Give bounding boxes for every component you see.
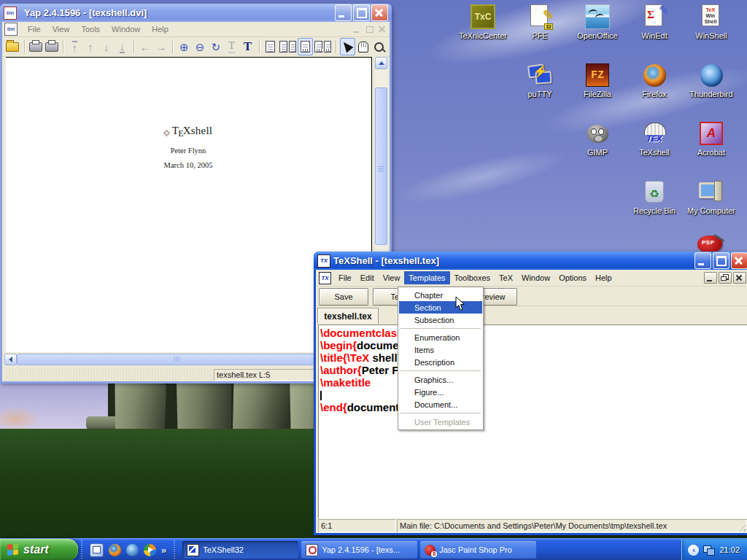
- network-tray-icon[interactable]: [703, 545, 715, 555]
- print-page-icon[interactable]: [44, 38, 59, 55]
- texshell-menu-window[interactable]: Window: [517, 271, 554, 284]
- desktop-icon-label: Firefox: [628, 90, 681, 98]
- menu-item-section[interactable]: Section: [399, 301, 482, 314]
- close-button[interactable]: [371, 4, 388, 21]
- menu-item-items[interactable]: Items: [399, 343, 482, 356]
- texshell-menu-templates[interactable]: Templates: [404, 271, 449, 284]
- save-button[interactable]: Save: [319, 288, 368, 306]
- desktop-icon-texniccenter[interactable]: TxC TeXnicCenter: [457, 4, 509, 40]
- first-page-icon[interactable]: ↑: [67, 38, 82, 55]
- horizontal-scroll-thumb[interactable]: [17, 354, 332, 365]
- last-page-icon[interactable]: ↓: [115, 38, 130, 55]
- desktop-icon-mycomputer[interactable]: My Computer: [685, 179, 738, 215]
- toolbar-separator: [172, 40, 173, 53]
- mediaplayer-quicklaunch-icon[interactable]: [144, 544, 156, 556]
- texshell-menu-tex[interactable]: TeX: [495, 271, 517, 284]
- desktop-icon-putty[interactable]: ⚡ puTTY: [514, 63, 566, 98]
- vertical-scroll-thumb[interactable]: [375, 88, 387, 245]
- yap-menu-help[interactable]: Help: [146, 23, 174, 35]
- previous-page-icon[interactable]: ↑: [83, 38, 98, 55]
- desktop-icon-texshell[interactable]: TEX TeXshell: [628, 121, 681, 157]
- texshell-menu-help[interactable]: Help: [591, 271, 616, 284]
- forward-icon[interactable]: →: [153, 38, 169, 55]
- dvi-document-icon: DVI: [4, 23, 18, 36]
- taskbar-task-texshell[interactable]: TeXShell32: [182, 541, 298, 559]
- yap-menu-view[interactable]: View: [47, 23, 76, 35]
- minimize-button[interactable]: [335, 4, 352, 21]
- open-icon[interactable]: [5, 38, 20, 55]
- desktop-icon-recycle[interactable]: ♻ Recycle Bin: [628, 179, 681, 215]
- thunderbird-logo-icon: [700, 64, 723, 87]
- desktop-icon-thunderbird[interactable]: Thunderbird: [685, 63, 738, 98]
- desktop-icon-paintshoppro[interactable]: PSP: [694, 236, 727, 253]
- zoom-out-icon[interactable]: ⊖: [193, 38, 208, 55]
- texshell-editor[interactable]: \documentclass{a\begin{document}\title{\…: [318, 324, 747, 518]
- desktop-icon-filezilla[interactable]: FZ FileZilla: [571, 63, 624, 98]
- desktop-icon-winshell[interactable]: TeXWinShell WinShell: [685, 4, 738, 40]
- texshell-menu-edit[interactable]: Edit: [356, 271, 379, 284]
- texshell-menu-file[interactable]: File: [334, 271, 356, 284]
- texshell-menu-view[interactable]: View: [379, 271, 405, 284]
- maximize-button[interactable]: [353, 4, 370, 21]
- desktop-icon-openoffice[interactable]: OpenOffice: [571, 4, 624, 40]
- taskbar: start » TeXShell32Yap 2.4.1596 - [texs..…: [0, 538, 747, 560]
- menu-item-chapter[interactable]: Chapter: [399, 289, 482, 301]
- taskbar-task-psp[interactable]: 8Jasc Paint Shop Pro: [420, 541, 536, 559]
- stonehenge-stone: [114, 378, 166, 430]
- view-continuous-icon[interactable]: [279, 38, 297, 55]
- menu-item-subsection[interactable]: Subsection: [399, 314, 482, 326]
- tray-collapse-chevron[interactable]: ‹: [688, 545, 699, 556]
- editor-line: [320, 389, 747, 401]
- texshell-menu-toolboxes[interactable]: Toolboxes: [450, 271, 495, 284]
- start-button[interactable]: start: [0, 539, 78, 560]
- texshell-menubar: TX FileEditViewTemplatesToolboxesTeXWind…: [316, 270, 747, 287]
- menu-item-description[interactable]: Description: [399, 356, 482, 368]
- desktop-icon-winedt[interactable]: Σ✎ WinEdt: [628, 4, 681, 40]
- quicklaunch-overflow-chevron[interactable]: »: [161, 545, 166, 556]
- close-button[interactable]: [731, 252, 747, 269]
- view-continuous-ruler-icon[interactable]: [314, 38, 332, 55]
- yap-menu-tools[interactable]: Tools: [75, 23, 106, 35]
- firefox-quicklaunch-icon[interactable]: [109, 544, 121, 556]
- yap-menu-window[interactable]: Window: [106, 23, 146, 35]
- desktop-icon-gimp[interactable]: GIMP: [571, 121, 624, 157]
- select-tool-icon[interactable]: [340, 38, 355, 55]
- editor-line: \documentclass{a: [320, 327, 747, 339]
- desktop-icon-acrobat[interactable]: A Acrobat: [685, 121, 738, 157]
- menu-item-figure[interactable]: Figure...: [399, 386, 482, 398]
- taskbar-clock: 21:02: [719, 545, 740, 554]
- text-ruler-icon[interactable]: T: [224, 38, 239, 55]
- scroll-left-button[interactable]: [4, 354, 17, 365]
- thunderbird-quicklaunch-icon[interactable]: [126, 544, 139, 556]
- magnifier-tool-icon[interactable]: [371, 38, 387, 55]
- zoom-in-icon[interactable]: ⊕: [177, 38, 192, 55]
- text-mode-icon[interactable]: T: [240, 38, 255, 55]
- child-restore-button[interactable]: [719, 272, 732, 284]
- view-single-icon[interactable]: [263, 38, 279, 55]
- next-page-icon[interactable]: ↓: [98, 38, 114, 55]
- desktop-icon-firefox[interactable]: Firefox: [628, 63, 681, 98]
- desktop-icon-pfe[interactable]: ✎32 PFE: [514, 4, 566, 40]
- yap-menu-file[interactable]: File: [22, 23, 47, 35]
- texshell-statusbar: 6:1 Main file: C:\Documents and Settings…: [318, 518, 747, 533]
- back-icon[interactable]: ←: [138, 38, 153, 55]
- show-desktop-icon[interactable]: [90, 543, 104, 557]
- menu-item-document[interactable]: Document...: [399, 398, 482, 411]
- paintshoppro-icon-text: PSP: [702, 239, 715, 246]
- texshell-menu-options[interactable]: Options: [554, 271, 591, 284]
- scroll-up-button[interactable]: [375, 57, 387, 69]
- tab-texshell-tex[interactable]: texshell.tex: [317, 308, 379, 324]
- refresh-icon[interactable]: ↻: [209, 38, 224, 55]
- menu-item-graphics[interactable]: Graphics...: [399, 373, 482, 386]
- print-icon[interactable]: [28, 38, 44, 55]
- child-close-button[interactable]: [733, 272, 746, 284]
- texshell-titlebar[interactable]: TX TeXShell - [texshell.tex]: [314, 252, 747, 270]
- maximize-button[interactable]: [713, 252, 729, 269]
- view-single-ruler-icon[interactable]: [298, 38, 313, 55]
- minimize-button[interactable]: [694, 252, 711, 269]
- hand-tool-icon[interactable]: [356, 38, 371, 55]
- child-minimize-button[interactable]: [704, 272, 717, 284]
- taskbar-task-yap[interactable]: Yap 2.4.1596 - [texs...: [301, 541, 417, 559]
- menu-item-enumeration[interactable]: Enumeration: [399, 331, 482, 343]
- yap-titlebar[interactable]: DVI Yap 2.4.1596 - [texshell.dvi]: [0, 4, 392, 22]
